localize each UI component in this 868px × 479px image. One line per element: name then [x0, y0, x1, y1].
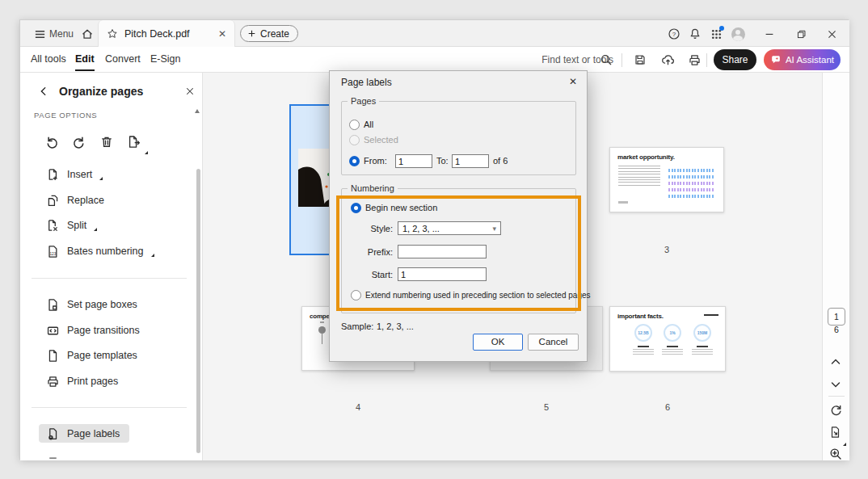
tab-convert[interactable]: Convert	[105, 53, 141, 65]
page-labels-dialog: Page labels ✕ Pages All Selected From: T…	[329, 70, 588, 362]
minimize-icon	[764, 28, 775, 40]
style-dropdown[interactable]: 1, 2, 3, ... ▾	[398, 221, 501, 235]
prefix-label: Prefix:	[364, 247, 393, 257]
page-labels-icon	[46, 427, 60, 441]
page-view-button[interactable]	[829, 426, 844, 440]
sidebar-item-label: Page templates	[67, 350, 137, 361]
radio-from[interactable]	[349, 156, 360, 166]
sidebar-item-split[interactable]: Split	[28, 217, 194, 233]
minimize-button[interactable]	[762, 27, 777, 41]
radio-from-label[interactable]: From:	[364, 156, 387, 166]
radio-begin-new-section[interactable]	[351, 203, 361, 213]
ai-assistant-button[interactable]: AI Assistant	[764, 49, 841, 70]
page-3-logo	[618, 201, 628, 204]
begin-new-section-label[interactable]: Begin new section	[365, 203, 437, 212]
apps-grid-button[interactable]	[709, 27, 723, 41]
previous-page-button[interactable]	[829, 355, 844, 370]
chevron-up-icon	[829, 355, 842, 368]
thumbnail-page-6[interactable]: important facts. 12.5B 1% 150M	[609, 306, 726, 372]
sidebar-item-page-labels[interactable]: Page labels	[28, 426, 194, 442]
search-button[interactable]	[599, 53, 613, 67]
extract-pages-button[interactable]	[127, 135, 143, 151]
toolbar-separator	[622, 53, 622, 67]
page-3-bar	[668, 169, 714, 172]
radio-extend-numbering[interactable]	[351, 290, 361, 300]
sidebar-scroll-up-arrow[interactable]	[195, 109, 200, 113]
ok-button[interactable]: OK	[473, 334, 523, 351]
sidebar-item-replace[interactable]: Replace	[28, 192, 194, 208]
tab-e-sign[interactable]: E-Sign	[150, 53, 181, 65]
sidebar-item-page-templates[interactable]: Page templates	[28, 347, 194, 363]
close-window-button[interactable]	[824, 27, 839, 41]
sidebar-item-label: Split	[67, 220, 86, 231]
create-label: Create	[260, 28, 289, 40]
sidebar-item-page-transitions[interactable]: Page transitions	[28, 322, 194, 338]
page-options-label: PAGE OPTIONS	[34, 111, 97, 120]
main-toolbar: All tools Edit Convert E-Sign Find text …	[20, 47, 849, 73]
panel-back-button[interactable]	[36, 84, 51, 99]
next-page-button[interactable]	[829, 378, 844, 393]
share-button[interactable]: Share	[714, 49, 756, 70]
total-pages-label: 6	[823, 325, 850, 334]
thumbnail-page-3[interactable]: market opportunity.	[609, 147, 724, 212]
tab-close-icon[interactable]: ✕	[218, 28, 226, 40]
toolbar-separator	[706, 53, 707, 67]
radio-all[interactable]	[349, 120, 360, 130]
printer-icon	[688, 53, 702, 67]
upload-cloud-button[interactable]	[660, 53, 675, 67]
help-icon: ?	[668, 27, 680, 40]
refresh-button[interactable]	[829, 404, 844, 418]
save-button[interactable]	[633, 53, 647, 67]
flyout-caret	[151, 254, 154, 257]
home-icon	[81, 27, 94, 40]
rotate-left-button[interactable]	[44, 135, 61, 151]
avatar-icon	[731, 27, 745, 41]
ai-chat-icon	[770, 54, 782, 65]
document-tab[interactable]: Pitch Deck.pdf ✕	[98, 20, 235, 47]
panel-close-button[interactable]	[183, 84, 197, 99]
close-icon	[185, 86, 195, 96]
radio-all-label[interactable]: All	[364, 120, 373, 129]
sidebar-item-partial[interactable]	[28, 455, 194, 460]
sidebar-item-set-page-boxes[interactable]: Set page boxes	[28, 296, 194, 313]
close-icon	[827, 29, 837, 40]
sidebar-item-print-pages[interactable]: Print pages	[28, 373, 194, 389]
sidebar-item-label: Bates numbering	[67, 246, 144, 257]
rail-divider	[828, 396, 845, 397]
extend-numbering-label[interactable]: Extend numbering used in preceding secti…	[365, 291, 591, 300]
sidebar-item-insert[interactable]: Insert	[28, 166, 194, 183]
page-6-stat-circle: 12.5B	[634, 324, 652, 342]
print-button[interactable]	[687, 53, 702, 67]
page-4-title: compe	[310, 313, 330, 320]
hamburger-menu-button[interactable]	[32, 27, 47, 41]
tab-edit[interactable]: Edit	[75, 53, 95, 65]
restore-button[interactable]	[794, 27, 808, 41]
page-boxes-icon	[46, 298, 60, 312]
tab-title: Pitch Deck.pdf	[124, 28, 212, 40]
flyout-caret	[843, 443, 846, 446]
page-6-number: 6	[609, 402, 726, 412]
star-icon[interactable]	[107, 28, 118, 40]
notifications-button[interactable]	[688, 27, 702, 41]
sidebar-scrollbar-thumb[interactable]	[196, 169, 200, 453]
prefix-input[interactable]	[398, 245, 487, 258]
cancel-button[interactable]: Cancel	[528, 334, 579, 351]
home-button[interactable]	[80, 27, 95, 41]
menu-label[interactable]: Menu	[49, 28, 74, 40]
tab-all-tools[interactable]: All tools	[31, 53, 66, 65]
to-page-input[interactable]	[452, 154, 489, 168]
rotate-right-button[interactable]	[71, 135, 87, 151]
from-page-input[interactable]	[395, 154, 432, 168]
page-4-pin-stem	[322, 334, 322, 344]
delete-pages-button[interactable]	[99, 135, 116, 151]
sidebar-item-label: Print pages	[67, 376, 118, 387]
page-6-stat-caption	[660, 346, 685, 356]
zoom-button[interactable]	[829, 447, 844, 462]
sidebar-item-bates-numbering[interactable]: 123 Bates numbering	[28, 243, 194, 259]
current-page-input[interactable]: 1	[828, 308, 845, 326]
create-button[interactable]: Create	[240, 25, 298, 42]
account-avatar[interactable]	[731, 27, 745, 41]
dialog-close-button[interactable]: ✕	[567, 75, 579, 88]
help-button[interactable]: ?	[667, 27, 681, 41]
start-input[interactable]	[398, 267, 487, 281]
